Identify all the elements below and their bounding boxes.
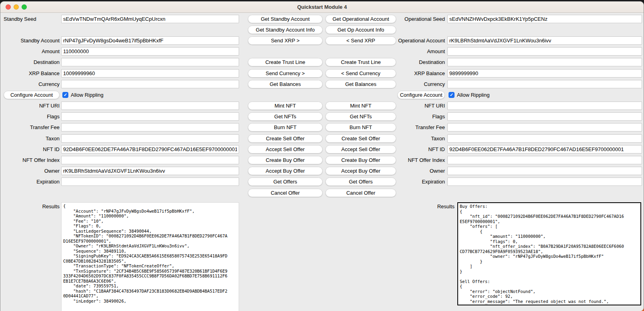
screenshot-stage: Quickstart Module 4 Standby Seed Standby… xyxy=(0,0,644,311)
standby-get-offers-button[interactable]: Get Offers xyxy=(248,177,323,186)
standby-amount-input[interactable] xyxy=(61,47,239,56)
operational-account-input[interactable] xyxy=(447,36,642,45)
standby-allow-rippling-label: Allow Rippling xyxy=(71,91,104,99)
standby-nft-uri-input[interactable] xyxy=(61,102,239,110)
operational-owner-label: Owner xyxy=(386,167,445,175)
standby-configure-account-button[interactable]: Configure Account xyxy=(4,91,60,99)
operational-nft-uri-input[interactable] xyxy=(447,102,642,110)
standby-xrp-balance-input[interactable] xyxy=(61,69,239,78)
operational-amount-input[interactable] xyxy=(447,47,642,56)
standby-results-textarea[interactable]: { "Account": "rNP47gJFvDyW8gsDo4weB17if5… xyxy=(61,202,239,311)
operational-configure-account-button[interactable]: Configure Account xyxy=(397,91,445,99)
operational-transfer-fee-input[interactable] xyxy=(447,123,642,132)
operational-taxon-input[interactable] xyxy=(447,134,642,143)
operational-allow-rippling-checkbox[interactable]: ✓ xyxy=(449,92,455,98)
operational-seed-input[interactable] xyxy=(447,15,642,23)
standby-currency-input[interactable] xyxy=(61,80,239,88)
standby-account-input[interactable] xyxy=(61,36,239,45)
standby-nft-offer-index-input[interactable] xyxy=(61,156,239,164)
operational-expiration-input[interactable] xyxy=(447,177,642,186)
standby-get-nfts-button[interactable]: Get NFTs xyxy=(248,112,323,121)
window-content: Standby Seed Standby Account Amount Dest… xyxy=(0,13,644,311)
standby-seed-label: Standby Seed xyxy=(4,15,60,23)
standby-expiration-input[interactable] xyxy=(61,177,239,186)
operational-owner-input[interactable] xyxy=(447,167,642,175)
operational-nft-offer-index-input[interactable] xyxy=(447,156,642,164)
operational-taxon-label: Taxon xyxy=(386,134,445,143)
standby-expiration-label: Expiration xyxy=(0,177,60,186)
checkmark-icon: ✓ xyxy=(450,92,453,97)
standby-mint-nft-button[interactable]: Mint NFT xyxy=(248,102,323,110)
operational-nft-id-label: NFT ID xyxy=(386,145,445,154)
window-title: Quickstart Module 4 xyxy=(0,2,644,12)
standby-create-trust-line-button[interactable]: Create Trust Line xyxy=(248,58,323,66)
operational-destination-input[interactable] xyxy=(447,58,642,66)
standby-results-label: Results xyxy=(0,202,60,211)
get-standby-account-info-button[interactable]: Get Standby Account Info xyxy=(248,26,323,34)
checkmark-icon: ✓ xyxy=(64,92,67,97)
get-op-account-info-button[interactable]: Get Op Account Info xyxy=(325,26,396,34)
operational-results-label: Results xyxy=(386,202,455,211)
standby-transfer-fee-label: Transfer Fee xyxy=(0,123,60,132)
titlebar: Quickstart Module 4 xyxy=(0,2,644,13)
standby-flags-label: Flags xyxy=(0,112,60,121)
standby-cancel-offer-button[interactable]: Cancel Offer xyxy=(248,189,323,197)
operational-amount-label: Amount xyxy=(386,47,445,56)
operational-flags-input[interactable] xyxy=(447,112,642,121)
standby-nft-uri-label: NFT URI xyxy=(0,102,60,110)
operational-xrp-balance-label: XRP Balance xyxy=(386,69,445,78)
standby-create-buy-offer-button[interactable]: Create Buy Offer xyxy=(248,156,323,164)
standby-accept-sell-offer-button[interactable]: Accept Sell Offer xyxy=(248,145,323,154)
send-currency-right-button[interactable]: Send Currency > xyxy=(248,69,323,78)
standby-owner-input[interactable] xyxy=(61,167,239,175)
operational-seed-label: Operational Seed xyxy=(386,15,445,23)
standby-accept-buy-offer-button[interactable]: Accept Buy Offer xyxy=(248,167,323,175)
send-xrp-right-button[interactable]: Send XRP > xyxy=(248,36,323,45)
standby-taxon-label: Taxon xyxy=(0,134,60,143)
standby-seed-input[interactable] xyxy=(61,15,239,23)
standby-create-sell-offer-button[interactable]: Create Sell Offer xyxy=(248,134,323,143)
standby-get-balances-button[interactable]: Get Balances xyxy=(248,80,323,88)
operational-expiration-label: Expiration xyxy=(386,177,445,186)
standby-nft-id-input[interactable] xyxy=(61,145,239,154)
standby-burn-nft-button[interactable]: Burn NFT xyxy=(248,123,323,132)
operational-currency-input[interactable] xyxy=(447,80,642,88)
standby-destination-input[interactable] xyxy=(61,58,239,66)
standby-taxon-input[interactable] xyxy=(61,134,239,143)
standby-amount-label: Amount xyxy=(0,47,60,56)
operational-currency-label: Currency xyxy=(386,80,445,88)
standby-account-label: Standby Account xyxy=(0,36,60,45)
operational-transfer-fee-label: Transfer Fee xyxy=(386,123,445,132)
operational-account-label: Operational Account xyxy=(386,36,445,45)
operational-xrp-balance-input[interactable] xyxy=(447,69,642,78)
standby-nft-offer-index-label: NFT Offer Index xyxy=(0,156,60,164)
standby-destination-label: Destination xyxy=(0,58,60,66)
operational-nft-id-input[interactable] xyxy=(447,145,642,154)
standby-flags-input[interactable] xyxy=(61,112,239,121)
operational-results-textarea[interactable]: Buy Offers: { "nft_id": "0008271092D4B6F… xyxy=(457,202,641,305)
standby-xrp-balance-label: XRP Balance xyxy=(0,69,60,78)
operational-nft-offer-index-label: NFT Offer Index xyxy=(386,156,445,164)
standby-nft-id-label: NFT ID xyxy=(0,145,60,154)
op-cancel-offer-button[interactable]: Cancel Offer xyxy=(325,189,396,197)
operational-nft-uri-label: NFT URI xyxy=(386,102,445,110)
standby-transfer-fee-input[interactable] xyxy=(61,123,239,132)
standby-owner-label: Owner xyxy=(0,167,60,175)
app-window: Quickstart Module 4 Standby Seed Standby… xyxy=(0,1,644,311)
operational-flags-label: Flags xyxy=(386,112,445,121)
standby-currency-label: Currency xyxy=(0,80,60,88)
get-standby-account-button[interactable]: Get Standby Account xyxy=(248,15,323,23)
operational-allow-rippling-label: Allow Rippling xyxy=(457,91,490,99)
standby-allow-rippling-checkbox[interactable]: ✓ xyxy=(62,92,68,98)
operational-destination-label: Destination xyxy=(386,58,445,66)
